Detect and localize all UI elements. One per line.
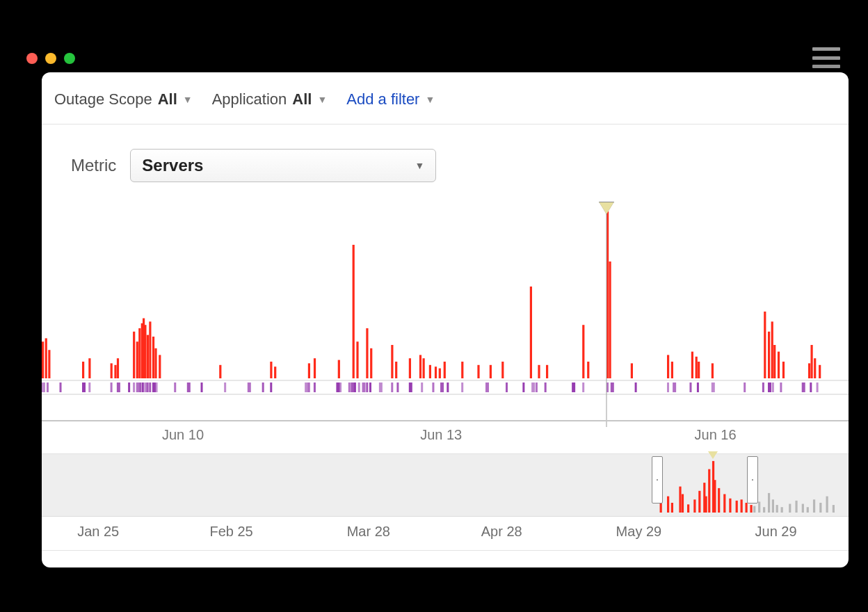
svg-rect-148 (708, 469, 710, 513)
svg-rect-97 (348, 382, 351, 392)
x-tick: Jan 25 (77, 524, 119, 540)
svg-rect-94 (314, 382, 316, 392)
x-tick: Mar 28 (347, 524, 390, 540)
svg-rect-108 (421, 382, 423, 392)
svg-rect-88 (224, 382, 226, 392)
svg-rect-54 (691, 352, 693, 378)
svg-rect-159 (758, 501, 760, 513)
window-minimize-icon[interactable] (45, 53, 56, 64)
svg-rect-132 (772, 382, 774, 392)
svg-rect-63 (782, 362, 785, 378)
svg-rect-162 (772, 499, 774, 513)
svg-rect-3 (45, 338, 47, 378)
svg-rect-140 (671, 503, 673, 513)
svg-rect-167 (802, 504, 804, 513)
svg-rect-70 (60, 382, 62, 392)
svg-rect-78 (139, 382, 141, 392)
svg-rect-114 (506, 382, 508, 392)
x-tick: Feb 25 (209, 524, 252, 540)
add-filter-link[interactable]: Add a filter ▼ (346, 90, 435, 108)
svg-rect-72 (88, 382, 90, 392)
svg-rect-136 (817, 382, 819, 392)
svg-rect-87 (201, 382, 203, 392)
filter-outage-scope[interactable]: Outage Scope All ▼ (54, 90, 193, 108)
svg-rect-48 (587, 362, 589, 378)
svg-rect-34 (419, 355, 421, 378)
svg-rect-41 (477, 365, 479, 378)
svg-rect-172 (833, 505, 835, 513)
main-chart[interactable] (42, 198, 849, 448)
metric-label: Metric (71, 156, 116, 175)
svg-rect-58 (764, 312, 766, 378)
range-handle-right[interactable] (747, 456, 758, 504)
overview-chart[interactable] (42, 453, 849, 517)
svg-rect-128 (712, 382, 715, 392)
svg-rect-76 (133, 382, 135, 392)
svg-rect-104 (379, 382, 383, 392)
chevron-down-icon: ▼ (317, 94, 327, 105)
filter-application[interactable]: Application All ▼ (212, 90, 328, 108)
svg-rect-123 (635, 382, 637, 392)
svg-rect-125 (673, 382, 676, 392)
svg-rect-119 (572, 382, 575, 392)
svg-rect-164 (781, 507, 783, 513)
svg-rect-116 (531, 382, 535, 392)
svg-rect-109 (432, 382, 434, 392)
svg-rect-32 (395, 362, 397, 378)
svg-rect-62 (778, 352, 780, 378)
svg-rect-154 (736, 501, 738, 513)
svg-rect-24 (308, 363, 310, 378)
hamburger-menu-icon[interactable] (812, 47, 840, 68)
range-handle-left[interactable] (652, 456, 663, 504)
svg-rect-23 (274, 367, 276, 378)
svg-rect-100 (358, 382, 360, 392)
window-zoom-icon[interactable] (64, 53, 75, 64)
svg-rect-39 (444, 362, 446, 378)
main-chart-axis: Jun 10Jun 13Jun 16 (42, 420, 849, 456)
svg-rect-5 (82, 362, 84, 378)
svg-rect-141 (679, 487, 681, 513)
svg-rect-37 (435, 367, 437, 378)
svg-rect-127 (697, 382, 699, 392)
filter-outage-scope-value: All (158, 90, 177, 108)
svg-rect-33 (409, 358, 411, 378)
svg-rect-2 (42, 341, 44, 378)
svg-rect-46 (546, 365, 548, 378)
svg-rect-171 (826, 497, 828, 513)
svg-rect-106 (396, 382, 399, 392)
svg-rect-21 (219, 365, 221, 378)
svg-rect-35 (423, 358, 425, 378)
svg-rect-90 (262, 382, 264, 392)
svg-rect-86 (187, 382, 191, 392)
window-close-icon[interactable] (26, 53, 38, 64)
svg-rect-61 (773, 345, 775, 378)
svg-rect-64 (808, 363, 810, 378)
svg-rect-4 (48, 350, 50, 378)
overview-marker-icon[interactable] (708, 451, 718, 459)
svg-rect-22 (270, 362, 272, 378)
svg-rect-20 (159, 355, 161, 378)
svg-rect-57 (712, 363, 714, 378)
metric-selected-value: Servers (142, 156, 203, 175)
svg-rect-129 (744, 382, 746, 392)
svg-rect-161 (768, 493, 770, 513)
svg-rect-53 (671, 362, 673, 378)
svg-rect-85 (174, 382, 176, 392)
app-window: Outage Scope All ▼ Application All ▼ Add… (42, 72, 849, 567)
metric-select[interactable]: Servers ▼ (130, 149, 436, 182)
x-tick: Jun 29 (755, 524, 797, 540)
svg-rect-144 (693, 499, 696, 513)
svg-rect-59 (768, 332, 770, 378)
svg-rect-77 (136, 382, 140, 392)
svg-rect-9 (117, 358, 119, 378)
svg-rect-133 (780, 382, 782, 392)
svg-rect-113 (485, 382, 489, 392)
svg-rect-68 (42, 382, 45, 392)
chart-marker-icon[interactable] (599, 202, 614, 214)
svg-rect-19 (154, 348, 156, 378)
svg-rect-69 (47, 382, 49, 392)
svg-rect-105 (391, 382, 393, 392)
svg-rect-75 (128, 382, 130, 392)
svg-rect-93 (308, 382, 310, 392)
svg-rect-122 (611, 382, 614, 392)
